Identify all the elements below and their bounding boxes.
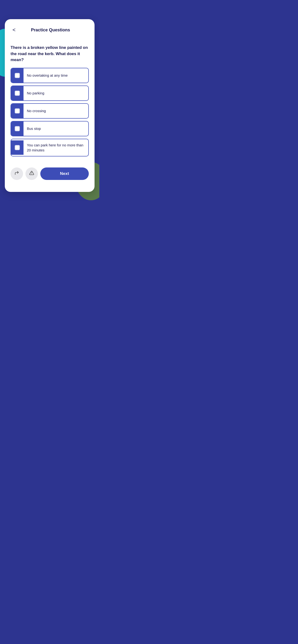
star-button[interactable] [83,27,84,33]
option-item[interactable]: You can park here for no more than 20 mi… [11,139,89,156]
option-checkbox-area-4 [11,122,24,136]
option-item[interactable]: No parking [11,86,89,101]
option-checkbox-area-2 [11,86,24,100]
option-item[interactable]: No crossing [11,103,89,118]
options-list: No overtaking at any time No parking No … [11,68,89,156]
back-button[interactable]: < [11,26,18,34]
share-icon [14,170,19,176]
page-title: Practice Questions [18,28,83,32]
checkbox-1 [15,73,20,78]
option-checkbox-area-3 [11,104,24,118]
option-label-1: No overtaking at any time [24,70,71,81]
next-button[interactable]: Next [40,168,89,180]
main-card: < Practice Questions [5,19,95,192]
question-section: There is a broken yellow line painted on… [5,39,95,160]
option-label-2: No parking [24,87,48,99]
checkbox-5 [15,145,20,150]
option-checkbox-area-1 [11,68,24,83]
option-item[interactable]: Bus stop [11,121,89,136]
header: < Practice Questions [5,19,95,39]
checkbox-4 [15,126,20,131]
share-button[interactable] [11,168,23,180]
header-icons [83,27,89,33]
checkbox-3 [15,108,20,114]
option-label-5: You can park here for no more than 20 mi… [24,139,88,156]
option-item[interactable]: No overtaking at any time [11,68,89,83]
option-label-4: Bus stop [24,123,44,134]
warning-icon [29,170,34,176]
layers-button[interactable] [88,27,89,33]
option-label-3: No crossing [24,105,49,117]
warning-button[interactable] [26,168,38,180]
checkbox-2 [15,90,20,96]
bottom-bar: Next [5,160,95,182]
question-text: There is a broken yellow line painted on… [11,44,89,63]
option-checkbox-area-5 [11,140,24,155]
